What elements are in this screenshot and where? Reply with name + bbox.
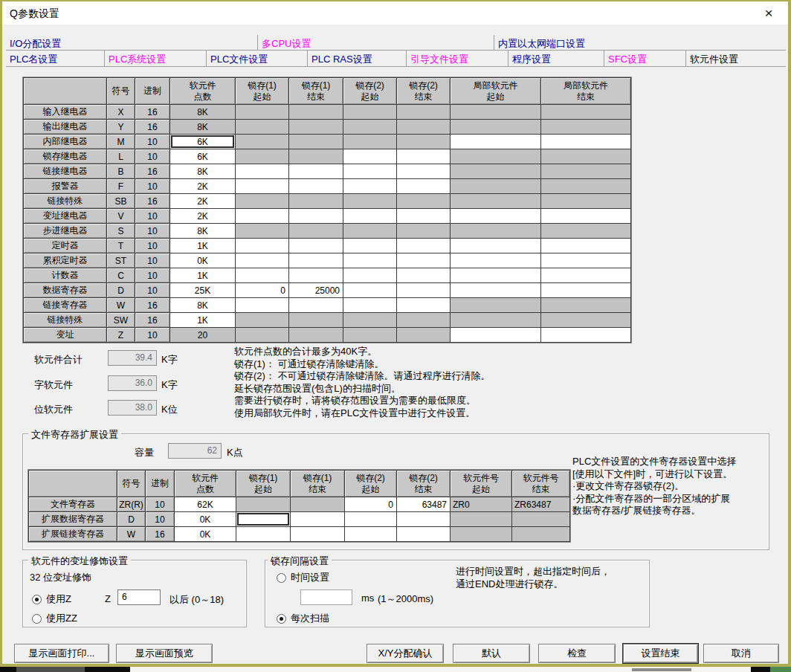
- tab-plc-name[interactable]: PLC名设置: [6, 51, 104, 66]
- grid-cell[interactable]: [343, 164, 397, 179]
- screen-print-button[interactable]: 显示画面打印...: [14, 644, 109, 663]
- grid-cell[interactable]: [541, 283, 631, 298]
- z-start-input[interactable]: 6: [117, 589, 161, 605]
- grid-cell[interactable]: [343, 283, 397, 298]
- tab-sfc[interactable]: SFC设置: [604, 51, 685, 66]
- cancel-button[interactable]: 取消: [703, 644, 779, 663]
- grid-cell[interactable]: [291, 512, 345, 527]
- grid-cell[interactable]: 0K: [175, 512, 236, 527]
- grid-cell[interactable]: [289, 209, 343, 224]
- xy-assignment-confirm-button[interactable]: X/Y分配确认: [367, 644, 444, 663]
- radio-use-zz[interactable]: 使用ZZ: [32, 612, 77, 625]
- grid-cell[interactable]: [343, 268, 397, 283]
- grid-cell[interactable]: [397, 253, 451, 268]
- grid-cell[interactable]: [236, 298, 289, 313]
- grid-cell[interactable]: [343, 239, 397, 253]
- setting-end-button[interactable]: 设置结束: [623, 644, 698, 663]
- grid-cell[interactable]: [541, 328, 631, 343]
- grid-cell[interactable]: [343, 209, 397, 224]
- grid-cell[interactable]: [343, 298, 397, 313]
- grid-cell[interactable]: [451, 135, 541, 149]
- grid-cell[interactable]: 1K: [170, 313, 236, 328]
- screen-preview-button[interactable]: 显示画面预览: [116, 644, 213, 663]
- grid-cell[interactable]: [541, 253, 631, 268]
- grid-cell[interactable]: 8K: [170, 298, 236, 313]
- latch-time-ms-input[interactable]: [300, 589, 352, 605]
- grid-cell[interactable]: [236, 179, 289, 194]
- tab-io-assignment[interactable]: I/O分配设置: [6, 35, 257, 50]
- grid-cell[interactable]: [397, 512, 451, 527]
- grid-cell[interactable]: [397, 239, 451, 253]
- grid-cell[interactable]: [397, 149, 451, 164]
- grid-cell[interactable]: 2K: [170, 209, 236, 224]
- tab-plc-system[interactable]: PLC系统设置: [104, 51, 206, 66]
- grid-cell[interactable]: [541, 268, 631, 283]
- grid-cell[interactable]: [236, 239, 289, 253]
- grid-cell[interactable]: 1K: [170, 239, 236, 253]
- grid-cell[interactable]: [343, 253, 397, 268]
- grid-cell[interactable]: [397, 527, 451, 542]
- grid-cell[interactable]: [289, 253, 343, 268]
- grid-cell[interactable]: [541, 239, 631, 253]
- grid-cell[interactable]: [289, 164, 343, 179]
- grid-cell[interactable]: [236, 512, 291, 527]
- tab-boot-file[interactable]: 引导文件设置: [406, 51, 508, 66]
- grid-cell[interactable]: 25K: [170, 283, 236, 298]
- grid-cell[interactable]: [345, 512, 397, 527]
- tab-program[interactable]: 程序设置: [508, 51, 604, 66]
- grid-cell[interactable]: [343, 149, 397, 164]
- grid-cell[interactable]: [236, 527, 291, 542]
- tab-multi-cpu[interactable]: 多CPU设置: [257, 35, 494, 50]
- tab-device[interactable]: 软元件设置: [685, 51, 785, 66]
- grid-cell[interactable]: 8K: [170, 164, 236, 179]
- grid-cell[interactable]: [289, 179, 343, 194]
- grid-cell[interactable]: [451, 209, 541, 224]
- grid-cell[interactable]: [236, 164, 289, 179]
- grid-cell[interactable]: [541, 209, 631, 224]
- radio-use-z[interactable]: 使用Z: [32, 592, 71, 606]
- grid-cell[interactable]: [397, 209, 451, 224]
- tab-plc-file[interactable]: PLC文件设置: [206, 51, 307, 66]
- grid-cell[interactable]: 62K: [175, 497, 236, 512]
- tab-builtin-ethernet-port[interactable]: 内置以太网端口设置: [494, 35, 785, 50]
- grid-cell[interactable]: 63487: [397, 497, 451, 512]
- grid-cell[interactable]: 8K: [170, 224, 236, 239]
- grid-cell[interactable]: 2K: [170, 179, 236, 194]
- grid-cell[interactable]: 1K: [170, 268, 236, 283]
- grid-cell[interactable]: 6K: [170, 135, 236, 149]
- grid-cell[interactable]: 2K: [170, 194, 236, 209]
- tab-plc-ras[interactable]: PLC RAS设置: [307, 51, 406, 66]
- grid-cell[interactable]: [343, 179, 397, 194]
- grid-cell[interactable]: 0: [236, 283, 289, 298]
- grid-cell[interactable]: [397, 164, 451, 179]
- grid-cell[interactable]: [397, 268, 451, 283]
- grid-cell[interactable]: [451, 283, 541, 298]
- row-symbol: D: [107, 283, 135, 298]
- radio-time-setting[interactable]: 时间设置: [277, 571, 329, 584]
- grid-cell[interactable]: [451, 268, 541, 283]
- grid-cell[interactable]: [291, 527, 345, 542]
- radio-every-scan[interactable]: 每次扫描: [277, 612, 329, 625]
- default-button[interactable]: 默认: [453, 644, 530, 663]
- grid-cell[interactable]: 0: [345, 497, 397, 512]
- grid-cell[interactable]: 25000: [289, 283, 343, 298]
- grid-cell[interactable]: [397, 283, 451, 298]
- grid-cell[interactable]: 6K: [170, 149, 236, 164]
- grid-cell[interactable]: [289, 239, 343, 253]
- grid-cell[interactable]: 0K: [175, 527, 236, 542]
- grid-cell[interactable]: [451, 253, 541, 268]
- grid-cell[interactable]: [236, 268, 289, 283]
- close-icon[interactable]: ×: [760, 4, 778, 22]
- grid-cell[interactable]: [397, 298, 451, 313]
- grid-cell[interactable]: [289, 268, 343, 283]
- grid-cell[interactable]: [236, 253, 289, 268]
- grid-cell[interactable]: 0K: [170, 253, 236, 268]
- check-button[interactable]: 检查: [538, 644, 616, 663]
- grid-cell[interactable]: [397, 179, 451, 194]
- grid-cell[interactable]: [541, 135, 631, 149]
- grid-cell[interactable]: [289, 298, 343, 313]
- grid-cell[interactable]: [236, 209, 289, 224]
- grid-cell[interactable]: [451, 239, 541, 253]
- grid-cell[interactable]: [451, 328, 541, 343]
- grid-cell[interactable]: [345, 527, 397, 542]
